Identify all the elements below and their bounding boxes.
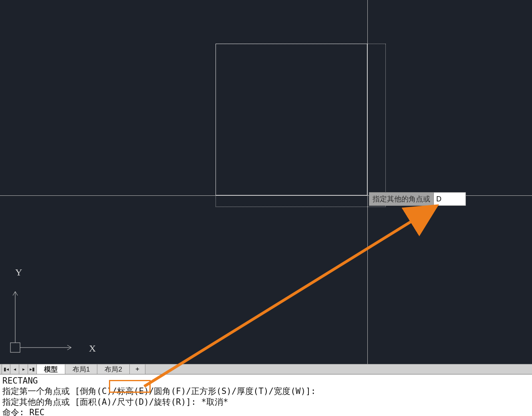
drawing-canvas[interactable]: 指定其他的角点或 X Y xyxy=(0,0,532,364)
layout-tab-bar: ▮◂ ◂ ▸ ▸▮ 模型布局1布局2 + xyxy=(0,364,532,374)
command-history-line: RECTANG xyxy=(2,376,530,386)
ucs-x-label: X xyxy=(89,343,96,354)
dynamic-input-field[interactable] xyxy=(434,192,466,206)
ucs-icon: X Y xyxy=(7,266,99,358)
command-line-window[interactable]: RECTANG指定第一个角点或 [倒角(C)/标高(E)/圆角(F)/正方形(S… xyxy=(0,374,532,416)
command-history-line: 指定其他的角点或 [面积(A)/尺寸(D)/旋转(R)]: *取消* xyxy=(2,397,530,407)
layout-tab-2[interactable]: 布局2 xyxy=(97,364,129,374)
dynamic-input-label: 指定其他的角点或 xyxy=(369,192,434,206)
tab-add-button[interactable]: + xyxy=(130,364,145,374)
svg-rect-0 xyxy=(10,343,20,352)
command-history-line: 命令: REC xyxy=(2,407,530,416)
command-history-line: 指定第一个角点或 [倒角(C)/标高(E)/圆角(F)/正方形(S)/厚度(T)… xyxy=(2,386,530,396)
tab-scroll-last-icon[interactable]: ▸▮ xyxy=(28,364,37,374)
dynamic-input-tooltip: 指定其他的角点或 xyxy=(369,192,466,206)
layout-tab-0[interactable]: 模型 xyxy=(37,364,65,374)
layout-tab-1[interactable]: 布局1 xyxy=(65,364,97,374)
ucs-y-label: Y xyxy=(15,267,22,277)
tab-scroll-first-icon[interactable]: ▮◂ xyxy=(2,364,10,374)
tab-scroll-next-icon[interactable]: ▸ xyxy=(19,364,28,374)
rectangle-rubberband xyxy=(216,44,386,207)
tab-scroll-prev-icon[interactable]: ◂ xyxy=(10,364,19,374)
